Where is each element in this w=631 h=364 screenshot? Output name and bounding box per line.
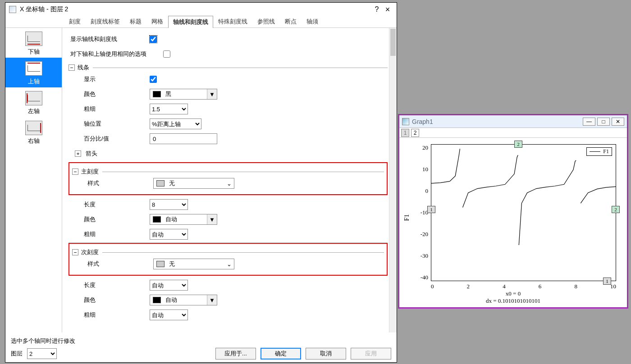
scrollbar-thumb[interactable] bbox=[390, 29, 396, 56]
minor-length-select[interactable]: 自动 bbox=[150, 280, 188, 291]
minor-style-value: 无 bbox=[167, 260, 224, 268]
axis-item-label: 下轴 bbox=[5, 48, 62, 56]
group-minor-ticks: − 次刻度 bbox=[72, 248, 384, 256]
expand-toggle-icon[interactable]: + bbox=[75, 150, 81, 157]
axis-position-select[interactable]: %距离上轴 bbox=[150, 118, 201, 129]
tab-rug[interactable]: 轴须 bbox=[302, 15, 323, 27]
color-picker[interactable]: 黑 ▼ bbox=[150, 89, 217, 100]
tab-tick-labels[interactable]: 刻度线标签 bbox=[86, 15, 125, 27]
layer-select[interactable]: 2 bbox=[27, 348, 57, 359]
settings-panel: 显示轴线和刻度线 对下轴和上轴使用相同的选项 − 线条 显示 颜色 黑 bbox=[62, 28, 397, 332]
tab-reference-lines[interactable]: 参照线 bbox=[252, 15, 280, 27]
x-tick-labels: 0246810 bbox=[431, 283, 616, 290]
collapse-toggle-icon[interactable]: − bbox=[72, 168, 78, 175]
axis-thumb-icon bbox=[25, 61, 42, 76]
color-swatch-icon bbox=[153, 297, 161, 303]
close-graph-button[interactable]: ✕ bbox=[612, 118, 624, 126]
label-length: 长度 bbox=[69, 200, 150, 209]
label-thickness: 粗细 bbox=[69, 230, 150, 238]
close-button[interactable]: × bbox=[382, 5, 393, 14]
label-percent-value: 百分比/值 bbox=[69, 135, 150, 143]
axis-badge-left: 1 bbox=[427, 206, 435, 213]
label-style: 样式 bbox=[72, 179, 153, 187]
layer-tab-2[interactable]: 2 bbox=[411, 129, 419, 137]
axis-thumb-icon bbox=[25, 32, 42, 46]
major-color-picker[interactable]: 自动 ▼ bbox=[150, 214, 217, 225]
label-color: 颜色 bbox=[69, 215, 150, 223]
percent-value-input[interactable] bbox=[150, 133, 217, 144]
major-style-select[interactable]: 无 ⌄ bbox=[153, 178, 234, 189]
label-same-options: 对下轴和上轴使用相同的选项 bbox=[69, 50, 163, 58]
group-major-title: 主刻度 bbox=[81, 168, 99, 176]
chevron-down-icon: ⌄ bbox=[224, 259, 234, 269]
axis-badge-right: 2 bbox=[612, 206, 620, 213]
axis-item-left[interactable]: 左轴 bbox=[5, 87, 62, 117]
group-major-ticks: − 主刻度 bbox=[72, 168, 384, 176]
label-show: 显示 bbox=[69, 75, 150, 83]
scrollbar[interactable] bbox=[389, 28, 397, 332]
plot-area[interactable]: F1 20100-10-20-30-40 F1 2 2 1 1 0246810 … bbox=[399, 138, 627, 307]
graph-titlebar: Graph1 — □ ✕ bbox=[399, 115, 627, 128]
major-length-select[interactable]: 8 bbox=[150, 199, 188, 210]
minimize-button[interactable]: — bbox=[583, 118, 595, 126]
tab-bar: 刻度 刻度线标签 标题 网格 轴线和刻度线 特殊刻度线 参照线 断点 轴须 bbox=[5, 16, 397, 28]
label-show-line-ticks: 显示轴线和刻度线 bbox=[69, 35, 150, 43]
checkbox-line-show[interactable] bbox=[150, 76, 157, 83]
checkbox-same-options[interactable] bbox=[163, 50, 170, 58]
minor-thickness-select[interactable]: 自动 bbox=[150, 309, 188, 320]
footer-hint: 选中多个轴同时进行修改 bbox=[11, 337, 391, 345]
apply-to-button[interactable]: 应用于... bbox=[215, 348, 256, 359]
tab-scale[interactable]: 刻度 bbox=[64, 15, 86, 27]
maximize-button[interactable]: □ bbox=[597, 118, 610, 126]
tab-special-ticks[interactable]: 特殊刻度线 bbox=[213, 15, 252, 27]
major-thickness-select[interactable]: 自动 bbox=[150, 229, 188, 240]
chevron-down-icon: ▼ bbox=[207, 214, 217, 224]
plot-subtext: x0 = 0 dx = 0.1010101010101 bbox=[399, 290, 627, 305]
graph-window: Graph1 — □ ✕ 1 2 F1 20100-10-20-30-40 F1… bbox=[398, 114, 628, 309]
axis-badge-top: 2 bbox=[514, 141, 522, 148]
label-axis-position: 轴位置 bbox=[69, 120, 150, 128]
axis-item-right[interactable]: 右轴 bbox=[5, 117, 62, 147]
collapse-toggle-icon[interactable]: − bbox=[72, 249, 78, 255]
color-value: 黑 bbox=[164, 90, 207, 98]
style-swatch-icon bbox=[156, 261, 165, 267]
chevron-down-icon: ▼ bbox=[207, 295, 217, 305]
chevron-down-icon: ⌄ bbox=[224, 178, 234, 188]
minor-color-picker[interactable]: 自动 ▼ bbox=[150, 295, 217, 305]
label-thickness: 粗细 bbox=[69, 311, 150, 319]
group-minor-title: 次刻度 bbox=[81, 248, 99, 256]
thickness-select[interactable]: 1.5 bbox=[150, 104, 188, 114]
group-line-title: 线条 bbox=[78, 64, 89, 72]
axis-item-label: 右轴 bbox=[5, 137, 62, 145]
axis-item-top[interactable]: 上轴 bbox=[5, 58, 62, 87]
minor-style-select[interactable]: 无 ⌄ bbox=[153, 259, 234, 269]
ok-button[interactable]: 确定 bbox=[261, 348, 301, 359]
color-swatch-icon bbox=[153, 216, 161, 223]
dialog-title: X 坐标轴 - 图层 2 bbox=[20, 5, 371, 14]
label-color: 颜色 bbox=[69, 90, 150, 98]
y-tick-labels: 20100-10-20-30-40 bbox=[414, 144, 428, 281]
help-button[interactable]: ? bbox=[371, 5, 382, 14]
layer-tab-1[interactable]: 1 bbox=[401, 129, 409, 137]
apply-button[interactable]: 应用 bbox=[351, 348, 391, 359]
axis-item-label: 上轴 bbox=[5, 77, 62, 86]
label-style: 样式 bbox=[72, 260, 153, 268]
curve-svg bbox=[431, 145, 616, 281]
label-arrow: 箭头 bbox=[84, 150, 97, 158]
cancel-button[interactable]: 取消 bbox=[306, 348, 346, 359]
tab-grid[interactable]: 网格 bbox=[146, 15, 168, 27]
tab-breaks[interactable]: 断点 bbox=[280, 15, 302, 27]
group-line: − 线条 bbox=[69, 64, 388, 72]
axis-sidebar: 下轴 上轴 左轴 右轴 bbox=[5, 28, 62, 332]
tab-title[interactable]: 标题 bbox=[125, 15, 146, 27]
graph-app-icon bbox=[402, 118, 409, 125]
tab-line-ticks[interactable]: 轴线和刻度线 bbox=[168, 16, 213, 28]
axis-thumb-icon bbox=[25, 121, 42, 135]
checkbox-show-line-ticks[interactable] bbox=[150, 36, 157, 43]
layer-tabs: 1 2 bbox=[399, 128, 627, 138]
dialog-titlebar: X 坐标轴 - 图层 2 ? × bbox=[5, 3, 397, 16]
collapse-toggle-icon[interactable]: − bbox=[69, 64, 75, 71]
highlight-minor-ticks: − 次刻度 样式 无 ⌄ bbox=[69, 243, 388, 276]
layer-label: 图层 bbox=[11, 350, 23, 358]
axis-item-bottom[interactable]: 下轴 bbox=[5, 28, 62, 58]
